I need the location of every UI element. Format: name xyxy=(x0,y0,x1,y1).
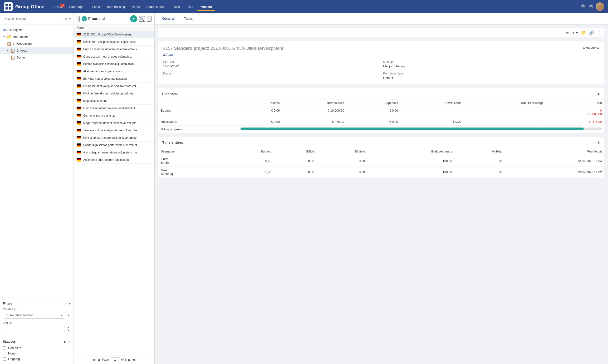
list-item[interactable]: Beatae blanditiis commodi quidem animi. xyxy=(74,60,154,68)
list-item[interactable]: At et veritatis aut id perspiciatis. xyxy=(74,68,154,75)
project-icon: 📋 xyxy=(11,55,15,60)
list-search-button[interactable]: 🔍 xyxy=(139,16,145,22)
list-item[interactable]: Magni reprehenderit et placeat vel volup… xyxy=(74,119,154,127)
next-page-button[interactable]: ▶ xyxy=(128,358,131,362)
financial-collapse-icon[interactable]: ▲ xyxy=(596,91,600,96)
flag-icon xyxy=(77,84,81,88)
date-range-button[interactable]: ⏱ No range selected ▾ xyxy=(3,312,65,319)
list-item[interactable]: Non in rem voluptas expedita fugiat expl… xyxy=(74,38,154,46)
time-entries-collapse-icon[interactable]: ▲ xyxy=(596,140,600,144)
flag-icon xyxy=(77,114,81,117)
collapse-statuses-icon[interactable]: ▲ xyxy=(63,340,66,343)
fin-budget-travel-costs: - xyxy=(400,107,464,118)
progress-bar-container xyxy=(241,128,602,130)
tree-item-label: 2. Apps xyxy=(17,49,27,52)
fin-realization-expenses: € 0,00 xyxy=(347,118,401,126)
nav-email[interactable]: E-mail 18 xyxy=(51,4,65,10)
list-item[interactable]: Id quas quis et quo. xyxy=(74,97,154,105)
time-row-merijn: MerijnSchering 5,00 0,00 0,00 100,00 5% … xyxy=(158,167,604,178)
nav-tickets[interactable]: Tickets xyxy=(87,4,103,10)
search-clear-icon[interactable]: ✕ xyxy=(65,17,67,21)
project-category[interactable]: 2. Apps xyxy=(163,53,599,56)
status-more-button[interactable]: ⋮ xyxy=(66,326,71,331)
flag-icon xyxy=(77,92,81,95)
list-item[interactable]: Nihil et veniam labore quia qui laborum … xyxy=(74,134,154,142)
list-item[interactable]: Nihil perferendis cum adipisci possimus. xyxy=(74,90,154,97)
fin-header-income: Income xyxy=(238,99,282,107)
fin-budget-income: € 0,00 xyxy=(238,107,282,118)
tree-item-label: Root folder xyxy=(13,35,28,39)
first-page-button[interactable]: ⏮ xyxy=(91,358,95,362)
flag-icon xyxy=(77,48,81,51)
list-item[interactable]: Quos est sed modi ut quos voluptates. xyxy=(74,53,154,60)
list-item[interactable]: Eaque dignissimos perferendis et in volu… xyxy=(74,142,154,149)
fin-realization-label: Realization: xyxy=(158,118,238,126)
list-item[interactable]: Est nesciunt et voluptas sed inventore v… xyxy=(74,83,154,90)
filter-manager-input[interactable] xyxy=(3,16,63,22)
list-item[interactable]: Est vitae non et voluptate nesciunt. xyxy=(74,75,154,83)
tree-item-webdesign[interactable]: 📋 1. Webdesign xyxy=(0,40,74,47)
link-button[interactable]: 🔗 xyxy=(589,30,594,36)
nav-notes[interactable]: Notes xyxy=(129,4,142,10)
fin-realization-travel-costs: € 0,00 xyxy=(400,118,464,126)
more-actions-button[interactable]: ⋮ xyxy=(597,30,601,36)
nav-projects[interactable]: Projects xyxy=(197,4,215,10)
tree-item-all-projects[interactable]: ⊞ All projects xyxy=(0,26,74,33)
fin-realization-row: Realization: € 0,00 € 475,00 € 0,00 € 0,… xyxy=(158,118,604,126)
list-name-header: Name xyxy=(77,26,152,29)
navigate-up-button[interactable]: ↑ xyxy=(77,16,80,22)
global-search-button[interactable]: 🔍 xyxy=(581,4,586,9)
list-item[interactable]: A et quisquam nam ratione voluptatem ma xyxy=(74,149,154,156)
list-item[interactable]: Asperiores quis dolorem laboriosam. xyxy=(74,156,154,164)
filter-more-button[interactable]: ⋮ xyxy=(66,312,71,318)
prev-page-button[interactable]: ◀ xyxy=(97,358,100,362)
list-item-name: Cum maxime id omnis at. xyxy=(83,114,152,117)
nav-address-book[interactable]: Address book xyxy=(143,4,168,10)
status-complete-checkbox[interactable] xyxy=(3,346,6,350)
project-type: Standard project: xyxy=(174,46,209,51)
status-none-checkbox[interactable] xyxy=(3,352,6,355)
tree-item-root-folder[interactable]: ▼ 📁 Root folder xyxy=(0,33,74,40)
status-complete: Complete xyxy=(3,345,71,351)
app-grid-button[interactable]: ⊞ xyxy=(589,4,593,9)
status-input[interactable] xyxy=(3,326,65,332)
filter-dropdown-icon[interactable]: ▾ xyxy=(69,301,71,306)
fin-header-total-percentage: Total Percentage xyxy=(464,99,546,107)
tree-item-demo[interactable]: 📋 Demo xyxy=(0,54,74,61)
nav-time-tracking[interactable]: Time tracking xyxy=(104,4,128,10)
check-all-icon[interactable]: ✓ xyxy=(68,340,71,343)
folder-button[interactable]: 📁 xyxy=(581,30,586,36)
tab-tasks[interactable]: Tasks xyxy=(180,13,196,24)
list-item[interactable]: Tempore soluta sit dignissimos dolorum b… xyxy=(74,127,154,134)
tab-general[interactable]: General xyxy=(158,13,178,24)
add-filter-icon[interactable]: + xyxy=(65,301,67,306)
billing-progress-bar-cell xyxy=(238,126,604,133)
list-item-name: Odio consequatur provident ut distinctio… xyxy=(83,107,152,110)
list-item[interactable]: Odio consequatur provident ut distinctio… xyxy=(74,105,154,112)
list-item[interactable]: Cum maxime id omnis at. xyxy=(74,112,154,119)
nav-start-page[interactable]: Start page xyxy=(66,4,86,10)
list-item[interactable]: 2022-0001 Group-Office Development xyxy=(74,31,154,38)
app-logo[interactable]: Group Office xyxy=(4,2,44,11)
tree-item-apps[interactable]: ▼ 📋 2. Apps xyxy=(0,47,74,54)
status-complete-label: Complete xyxy=(8,346,21,350)
nav-tasks[interactable]: Tasks xyxy=(169,4,183,10)
status-ongoing-checkbox[interactable] xyxy=(3,357,6,361)
filter-title: Filters xyxy=(3,302,12,305)
list-item-name: Magni reprehenderit et placeat vel volup… xyxy=(83,121,152,125)
nav-files[interactable]: Files xyxy=(184,4,196,10)
status-label: Status: xyxy=(3,321,71,325)
filter-actions: + ▾ xyxy=(65,301,71,306)
edit-button[interactable]: ✏ xyxy=(566,30,569,36)
add-dropdown-button[interactable]: + ▾ xyxy=(572,30,578,36)
flag-icon xyxy=(77,40,81,43)
fin-header-travel-costs: Travel costs xyxy=(400,99,464,107)
last-page-button[interactable]: ⏭ xyxy=(133,358,137,362)
user-avatar[interactable] xyxy=(596,2,604,11)
start-time-field: Start time 12-07-2022 xyxy=(163,60,379,68)
add-project-button[interactable]: + xyxy=(130,15,137,22)
list-more-button[interactable]: ⋮ xyxy=(147,16,152,22)
list-item[interactable]: Eum ad rerum ut dolorem dolorem totam v xyxy=(74,46,154,53)
page-input[interactable] xyxy=(111,357,119,362)
search-dropdown-icon[interactable]: ▾ xyxy=(69,17,71,21)
